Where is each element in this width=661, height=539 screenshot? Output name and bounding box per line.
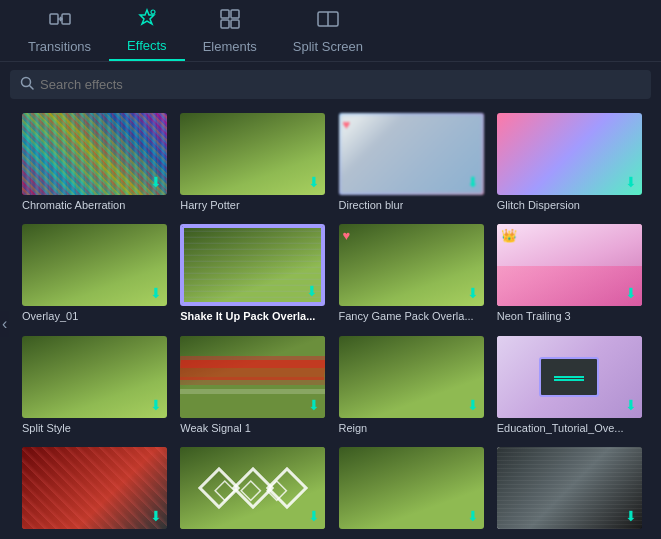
effect-label: Overlay_01	[22, 310, 78, 322]
split-screen-icon	[317, 8, 339, 35]
effect-thumbnail: ⬇	[22, 336, 167, 418]
heart-badge: ♥	[343, 228, 351, 243]
download-badge: ⬇	[150, 508, 162, 524]
effect-item-10[interactable]: ⬇ Weak Signal 1	[176, 330, 334, 441]
effect-thumbnail: ⬇	[497, 447, 642, 529]
download-badge: ⬇	[306, 283, 318, 299]
effect-label: Split Style	[22, 422, 71, 434]
effect-item-1[interactable]: ⬇ Chromatic Aberration	[18, 107, 176, 218]
svg-rect-6	[231, 20, 239, 28]
svg-point-2	[151, 10, 155, 14]
nav-effects[interactable]: Effects	[109, 0, 185, 61]
effect-item-6[interactable]: ⬇ Shake It Up Pack Overla...	[176, 218, 334, 329]
effect-label: Education_Tutorial_Ove...	[497, 422, 624, 434]
search-input[interactable]	[40, 77, 641, 92]
download-badge: ⬇	[625, 174, 637, 190]
effect-item-15[interactable]: ⬇	[335, 441, 493, 539]
effects-label: Effects	[127, 38, 167, 53]
effect-label: Glitch Dispersion	[497, 199, 580, 211]
effect-label: Harry Potter	[180, 199, 239, 211]
download-badge: ⬇	[308, 174, 320, 190]
effect-thumbnail: ⬇	[497, 113, 642, 195]
effect-item-16[interactable]: ⬇	[493, 441, 651, 539]
effect-label: Neon Trailing 3	[497, 310, 571, 322]
download-badge: ⬇	[308, 397, 320, 413]
download-badge: ⬇	[467, 508, 479, 524]
effect-item-4[interactable]: ⬇ Glitch Dispersion	[493, 107, 651, 218]
effect-item-12[interactable]: ⬇ Education_Tutorial_Ove...	[493, 330, 651, 441]
effect-label: Reign	[339, 422, 368, 434]
effect-item-9[interactable]: ⬇ Split Style	[18, 330, 176, 441]
search-bar	[10, 70, 651, 99]
svg-rect-5	[221, 20, 229, 28]
download-badge: ⬇	[467, 397, 479, 413]
heart-badge: ♥	[343, 117, 351, 132]
effect-thumbnail: ⬇	[180, 224, 325, 306]
effect-item-3[interactable]: ♥⬇ Direction blur	[335, 107, 493, 218]
effect-thumbnail: ⬇	[339, 336, 484, 418]
crown-badge: 👑	[501, 228, 517, 243]
effect-item-8[interactable]: 👑⬇ Neon Trailing 3	[493, 218, 651, 329]
effects-grid: ⬇ Chromatic Aberration ⬇ Harry Potter ♥⬇…	[0, 107, 661, 539]
effect-thumbnail: 👑⬇	[497, 224, 642, 306]
effect-label: Fancy Game Pack Overla...	[339, 310, 474, 322]
effect-label: Weak Signal 1	[180, 422, 251, 434]
download-badge: ⬇	[625, 397, 637, 413]
search-icon	[20, 76, 34, 93]
download-badge: ⬇	[150, 174, 162, 190]
download-badge: ⬇	[625, 508, 637, 524]
download-badge: ⬇	[150, 285, 162, 301]
nav-transitions[interactable]: Transitions	[10, 0, 109, 61]
effect-label: Shake It Up Pack Overla...	[180, 310, 315, 322]
effect-thumbnail: ⬇	[180, 336, 325, 418]
download-badge: ⬇	[308, 508, 320, 524]
transitions-label: Transitions	[28, 39, 91, 54]
effect-thumbnail: ⬇	[180, 447, 325, 529]
effect-thumbnail: ⬇	[22, 113, 167, 195]
download-badge: ⬇	[467, 285, 479, 301]
effect-item-5[interactable]: ⬇ Overlay_01	[18, 218, 176, 329]
top-navigation: Transitions Effects Elements	[0, 0, 661, 62]
svg-rect-3	[221, 10, 229, 18]
effect-thumbnail: ♥⬇	[339, 224, 484, 306]
elements-icon	[219, 8, 241, 35]
split-screen-label: Split Screen	[293, 39, 363, 54]
effect-label: Chromatic Aberration	[22, 199, 125, 211]
download-badge: ⬇	[625, 285, 637, 301]
svg-line-10	[30, 86, 34, 90]
effect-item-13[interactable]: ⬇	[18, 441, 176, 539]
effect-thumbnail: ⬇	[497, 336, 642, 418]
download-badge: ⬇	[467, 174, 479, 190]
elements-label: Elements	[203, 39, 257, 54]
effect-thumbnail: ♥⬇	[339, 113, 484, 195]
effect-item-7[interactable]: ♥⬇ Fancy Game Pack Overla...	[335, 218, 493, 329]
effects-grid-container: ‹ ⬇ Chromatic Aberration ⬇ Harry Potter …	[0, 107, 661, 539]
effect-item-14[interactable]: ⬇	[176, 441, 334, 539]
svg-rect-0	[50, 14, 58, 24]
effect-thumbnail: ⬇	[22, 447, 167, 529]
transitions-icon	[49, 8, 71, 35]
download-badge: ⬇	[150, 397, 162, 413]
svg-rect-1	[62, 14, 70, 24]
nav-split-screen[interactable]: Split Screen	[275, 0, 381, 61]
effect-thumbnail: ⬇	[22, 224, 167, 306]
effect-thumbnail: ⬇	[339, 447, 484, 529]
effects-icon	[136, 7, 158, 34]
left-arrow-button[interactable]: ‹	[0, 311, 9, 337]
svg-rect-4	[231, 10, 239, 18]
effect-thumbnail: ⬇	[180, 113, 325, 195]
effect-item-11[interactable]: ⬇ Reign	[335, 330, 493, 441]
effect-item-2[interactable]: ⬇ Harry Potter	[176, 107, 334, 218]
effect-label: Direction blur	[339, 199, 404, 211]
nav-elements[interactable]: Elements	[185, 0, 275, 61]
